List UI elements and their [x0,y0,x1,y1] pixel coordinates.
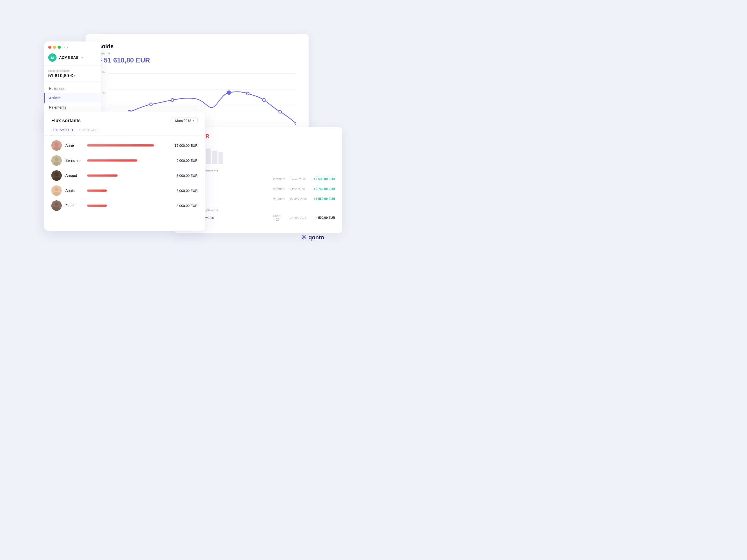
flux-panel: Flux sortants Mars 2018 ▾ UTILISATEUR CA… [44,111,205,231]
flux-date-select[interactable]: Mars 2018 ▾ [172,117,198,124]
activity-google-date: 27 févr. 2018 [290,216,309,219]
solde-title: Solde [98,43,296,50]
flux-amount-benjamin: 9 000,00 EUR [166,159,198,163]
flux-amount-anais: 3 000,00 EUR [166,189,198,193]
balance-chevron-icon: ▾ [74,74,76,78]
company-name: ACME SAS [59,55,78,60]
svg-point-8 [247,92,249,95]
activity-stripe-2-type: Virement [273,187,287,191]
flux-title: Flux sortants [51,118,168,124]
traffic-light-maximize[interactable] [58,46,61,49]
sidebar-nav: Historique Activité Paiements [44,81,101,114]
flux-amount-arnaud: 5 000,00 EUR [166,174,198,178]
flux-avatar-arnaud [51,170,62,181]
flux-item-benjamin: Benjamin 9 000,00 EUR [51,155,198,166]
svg-point-22 [55,187,58,191]
activity-bar-7 [218,152,223,164]
company-header[interactable]: M ACME SAS ▾ [44,52,101,65]
svg-point-10 [279,110,281,113]
flux-date-chevron-icon: ▾ [193,119,194,123]
sidebar-balance: Solde du compte 51 610,80 € ▾ [44,65,101,81]
activity-google-type: Carte →29 [273,214,287,221]
activity-stripe-1-date: 6 mars 2018 [290,178,309,181]
svg-point-13 [54,142,59,146]
activity-izettle-amount: +3 554,00 EUR [312,197,335,201]
flux-list: Anne 12 000,00 EUR Benjamin [44,136,205,215]
activity-stripe-2-date: 2 févr. 2018 [290,187,309,191]
flux-item-anais: Anaïs 3 000,00 EUR [51,185,198,196]
flux-bar-fabien [87,205,163,207]
flux-bar-fill-fabien [87,205,107,207]
svg-point-7 [227,91,230,95]
flux-item-arnaud: Arnaud 5 000,00 EUR [51,170,198,181]
flux-item-fabien: Fabien 3 000,00 EUR [51,201,198,211]
flux-bar-benjamin [87,159,163,161]
flux-tab-utilisateur[interactable]: UTILISATEUR [51,128,73,135]
flux-tabs: UTILISATEUR CATÉGORIE [44,124,205,136]
solde-subtitle: Exécuté [98,51,296,55]
flux-bar-fill-anne [87,144,154,146]
activity-stripe-1-amount: +2 580,00 EUR [312,177,335,181]
svg-point-19 [54,172,59,176]
activity-stripe-1-type: Virement [273,177,287,181]
flux-name-benjamin: Benjamin [66,158,83,163]
activity-stripe-2-amount: +8 750,00 EUR [312,187,335,191]
svg-point-25 [55,203,58,206]
traffic-lights: ‹ › [44,42,101,52]
flux-name-arnaud: Arnaud [66,174,83,178]
flux-header: Flux sortants Mars 2018 ▾ [44,111,205,124]
svg-point-16 [55,157,58,161]
svg-point-5 [150,103,152,106]
main-container: Solde Exécuté + 51 610,80 EUR 8k 6k 4k 2… [44,34,329,246]
flux-bar-anne [87,144,163,146]
flux-name-fabien: Fabien [66,204,83,208]
flux-tab-categorie[interactable]: CATÉGORIE [79,128,99,135]
flux-date-label: Mars 2018 [175,119,191,123]
back-arrow[interactable]: ‹ [64,45,66,49]
flux-avatar-benjamin [51,155,62,166]
flux-avatar-anne [51,140,62,151]
flux-bar-fill-arnaud [87,175,118,177]
flux-amount-fabien: 3 000,00 EUR [166,204,198,208]
sidebar-item-historique[interactable]: Historique [44,84,101,93]
flux-name-anais: Anaïs [66,188,83,193]
forward-arrow[interactable]: › [67,45,68,49]
flux-item-anne: Anne 12 000,00 EUR [51,140,198,151]
svg-point-6 [171,99,174,101]
activity-bar-5 [206,149,211,164]
svg-point-9 [262,99,265,101]
balance-label: Solde du compte [48,69,97,72]
sidebar-item-paiements[interactable]: Paiements [44,103,101,112]
flux-avatar-fabien [51,201,62,211]
flux-bar-anais [87,189,163,192]
nav-arrows: ‹ › [64,45,68,49]
activity-google-amount: - 500,00 EUR [312,216,335,220]
traffic-light-close[interactable] [48,46,51,49]
flux-avatar-anais [51,185,62,196]
activity-bar-6 [212,151,217,164]
flux-amount-anne: 12 000,00 EUR [166,144,198,148]
solde-amount: + 51 610,80 EUR [98,56,296,64]
qonto-icon: ✳ [301,234,306,241]
sidebar-item-activite[interactable]: Activité [44,93,101,103]
svg-point-11 [295,122,296,125]
flux-bar-fill-benjamin [87,159,137,161]
company-avatar: M [48,53,56,62]
company-chevron-icon: ▾ [81,56,83,59]
qonto-logo: ✳ qonto [301,234,324,241]
flux-bar-fill-anais [87,189,107,192]
flux-bar-arnaud [87,175,163,177]
traffic-light-minimize[interactable] [53,46,56,49]
qonto-text: qonto [308,234,324,241]
flux-name-anne: Anne [66,143,83,148]
activity-izettle-date: 16 janv. 2018 [290,197,309,201]
balance-value: 51 610,80 € ▾ [48,73,97,79]
activity-izettle-type: Virement [273,197,287,201]
